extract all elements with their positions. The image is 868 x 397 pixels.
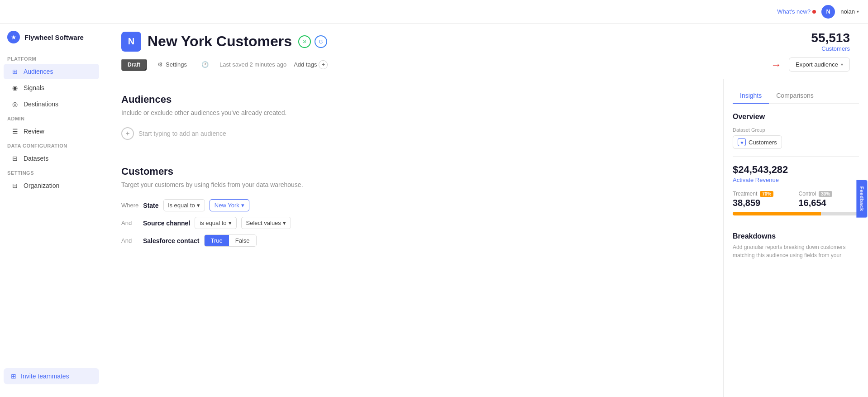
control-value: 16,654 [799, 198, 859, 208]
control-label: Control [799, 191, 816, 197]
google-icon: G [315, 35, 327, 48]
settings-icon: ⚙ [157, 61, 163, 68]
treatment-group: Treatment 70% 38,859 [733, 191, 793, 208]
platform-label: Platform [0, 53, 103, 63]
filter-row-2: And Source channel is equal to ▾ Select … [121, 217, 705, 229]
condition-chevron-icon-2: ▾ [229, 220, 232, 226]
brand-name: Flywheel Software [24, 33, 84, 41]
insights-tabs: Insights Comparisons [733, 88, 859, 104]
and-label-2: And [121, 237, 138, 244]
filter-row-1: Where State is equal to ▾ New York ▾ [121, 199, 705, 211]
star-icon: ★ [738, 138, 746, 146]
settings-button[interactable]: ⚙ Settings [154, 59, 191, 70]
stats-label: Customers [811, 45, 850, 52]
header-actions: Draft ⚙ Settings 🕐 Last saved 2 minutes … [121, 57, 850, 72]
add-audience-placeholder: Start typing to add an audience [138, 130, 226, 137]
sidebar-item-signals[interactable]: ◉ Signals [4, 80, 99, 96]
destinations-icon: ◎ [11, 100, 19, 108]
sidebar-item-datasets[interactable]: ⊟ Datasets [4, 151, 99, 166]
header-top-row: N New York Customers ⊙ G 55,513 Customer… [121, 31, 850, 52]
sidebar-item-review[interactable]: ☰ Review [4, 124, 99, 139]
add-tags-icon[interactable]: + [319, 60, 328, 69]
page-header: N New York Customers ⊙ G 55,513 Customer… [103, 24, 868, 79]
add-audience-icon[interactable]: + [121, 127, 134, 140]
sidebar-item-organization[interactable]: ⊟ Organization [4, 178, 99, 193]
audiences-icon: ⊞ [11, 68, 19, 75]
overview-title: Overview [733, 113, 859, 121]
sync-icon: ⊙ [298, 35, 311, 48]
admin-label: Admin [0, 112, 103, 123]
progress-control [821, 212, 859, 215]
user-menu[interactable]: nolan ▾ [840, 8, 859, 15]
customers-section-desc: Target your customers by using fields fr… [121, 181, 705, 188]
revenue-label[interactable]: Activate Revenue [733, 177, 859, 183]
audiences-section: Audiences Include or exclude other audie… [121, 94, 705, 140]
filter-row-3: And Salesforce contact True False [121, 234, 705, 247]
and-label-1: And [121, 220, 138, 226]
audience-title-row: N New York Customers ⊙ G [121, 32, 327, 52]
field-source-channel: Source channel [143, 220, 190, 227]
condition-state-button[interactable]: is equal to ▾ [163, 199, 205, 211]
field-salesforce: Salesforce contact [143, 237, 200, 244]
progress-bar [733, 212, 859, 215]
sidebar-item-label: Datasets [24, 155, 48, 162]
audience-avatar: N [121, 32, 141, 52]
treatment-label: Treatment [733, 191, 757, 197]
export-audience-button[interactable]: Export audience ▾ [789, 57, 850, 72]
feedback-tab[interactable]: Feedback [857, 180, 868, 217]
invite-label: Invite teammates [21, 373, 69, 380]
user-chevron-icon: ▾ [857, 9, 859, 14]
sidebar-item-label: Organization [24, 182, 59, 189]
page-title: New York Customers [148, 33, 292, 50]
left-panel: Audiences Include or exclude other audie… [103, 79, 723, 397]
right-panel: Insights Comparisons Overview Dataset Gr… [723, 79, 868, 397]
customers-section: Customers Target your customers by using… [121, 162, 705, 247]
control-pct: 30% [819, 191, 832, 197]
export-chevron-icon: ▾ [841, 62, 843, 67]
dataset-group-label: Dataset Group [733, 127, 859, 133]
whats-new-label: What's new? [777, 8, 811, 15]
condition-source-button[interactable]: is equal to ▾ [195, 217, 236, 229]
invite-teammates-button[interactable]: ⊞ Invite teammates [4, 368, 99, 384]
draft-badge[interactable]: Draft [121, 59, 147, 71]
divider-2 [733, 223, 859, 223]
signals-icon: ◉ [11, 84, 19, 91]
stats-number: 55,513 [811, 31, 850, 45]
value-chevron-icon: ▾ [241, 202, 244, 209]
sidebar-item-destinations[interactable]: ◎ Destinations [4, 96, 99, 112]
add-audience-row[interactable]: + Start typing to add an audience [121, 127, 705, 140]
treatment-pct: 70% [760, 191, 773, 197]
settings-label: Settings [0, 167, 103, 177]
toggle-false[interactable]: False [229, 235, 256, 246]
revenue-amount: $24,543,282 [733, 164, 859, 176]
datasets-icon: ⊟ [11, 155, 19, 162]
add-tags[interactable]: Add tags + [294, 60, 328, 69]
audiences-section-title: Audiences [121, 94, 705, 105]
treatment-value: 38,859 [733, 198, 793, 208]
sidebar: ★ Flywheel Software Platform ⊞ Audiences… [0, 24, 103, 397]
sidebar-item-label: Review [24, 128, 44, 135]
divider-1 [733, 156, 859, 157]
tab-comparisons[interactable]: Comparisons [769, 88, 820, 104]
audiences-section-desc: Include or exclude other audiences you'v… [121, 109, 705, 116]
sidebar-item-label: Audiences [24, 68, 53, 75]
value-newyork-button[interactable]: New York ▾ [210, 199, 249, 211]
sidebar-brand: ★ Flywheel Software [0, 31, 103, 53]
true-false-toggle[interactable]: True False [204, 234, 257, 247]
treatment-header: Treatment 70% [733, 191, 793, 197]
toggle-true[interactable]: True [205, 235, 229, 246]
tab-insights[interactable]: Insights [733, 88, 769, 104]
topbar: What's new? N nolan ▾ [0, 0, 868, 24]
sidebar-item-label: Signals [24, 84, 44, 91]
org-icon: ⊟ [11, 182, 19, 189]
treatment-control-row: Treatment 70% 38,859 Control 30% 16,654 [733, 191, 859, 208]
value-source-button[interactable]: Select values ▾ [241, 217, 291, 229]
user-avatar: N [821, 5, 835, 19]
sidebar-item-audiences[interactable]: ⊞ Audiences [4, 64, 99, 79]
brand-icon: ★ [7, 31, 20, 43]
arrow-indicator: → [771, 58, 782, 71]
progress-treatment [733, 212, 821, 215]
notification-dot [812, 10, 816, 14]
breakdowns-title: Breakdowns [733, 232, 859, 240]
whats-new-button[interactable]: What's new? [777, 8, 816, 15]
